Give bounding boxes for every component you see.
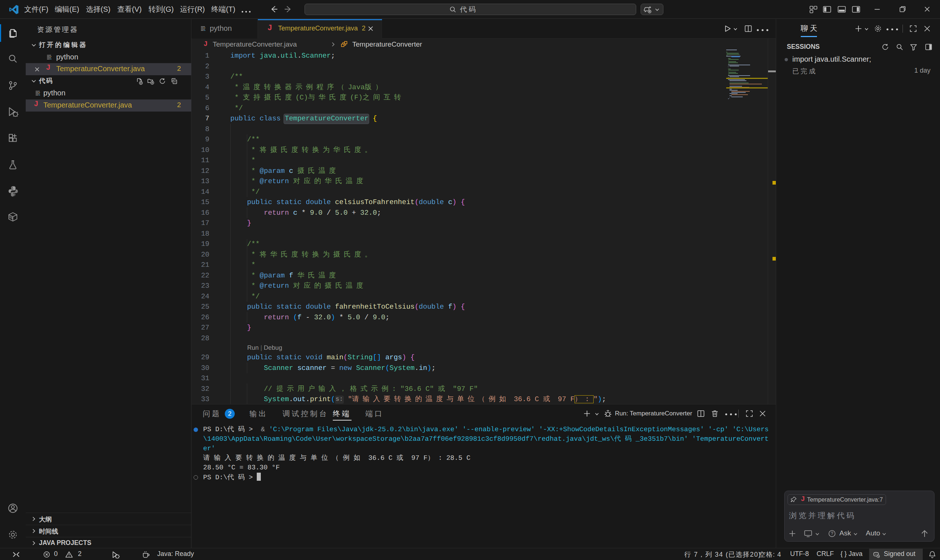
svg-text:?: ? — [831, 531, 833, 536]
